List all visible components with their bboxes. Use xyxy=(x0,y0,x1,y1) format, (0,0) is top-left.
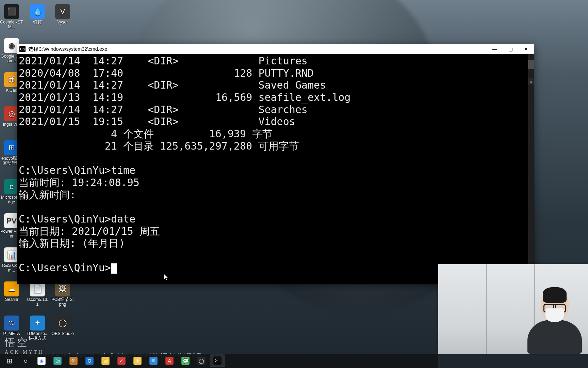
cmd-titlebar[interactable]: C:\ 选择C:\Windows\system32\cmd.exe — ▢ ✕ xyxy=(17,44,534,54)
obs-icon: ◯ xyxy=(197,357,206,365)
mail-icon: ✉ xyxy=(149,357,158,365)
app-icon: ◯ xyxy=(55,316,70,331)
maximize-button[interactable]: ▢ xyxy=(503,44,518,54)
taskbar-filemgr-button[interactable]: 🗂 xyxy=(50,354,65,367)
desktop-icon-label: Seafile xyxy=(0,297,23,302)
desktop-icon[interactable]: ⬛Cosmic xSTM... xyxy=(0,4,23,30)
cmd-scrollbar[interactable]: ▲ ▼ xyxy=(528,54,534,284)
cmd-app-icon: C:\ xyxy=(19,46,26,52)
everything-icon: 🔍 xyxy=(69,357,78,365)
taskbar-weather-button[interactable]: ☀ xyxy=(130,354,145,367)
start-icon: ⊞ xyxy=(5,357,14,365)
app-icon: V xyxy=(55,4,70,19)
cmd-cursor xyxy=(111,263,117,274)
desktop-icon[interactable]: ☁Seafile xyxy=(0,281,23,302)
taskbar-cmd-button[interactable]: >_ xyxy=(210,354,225,367)
taskbar-mail-button[interactable]: ✉ xyxy=(146,354,161,367)
app-icon: ✦ xyxy=(30,316,45,331)
cmd-title-text: 选择C:\Windows\system32\cmd.exe xyxy=(28,46,107,52)
taskbar-outlook-button[interactable]: O xyxy=(82,354,97,367)
todo-icon: ✓ xyxy=(117,357,126,365)
desktop-icon[interactable]: 📄sscom5.13.1 xyxy=(26,281,49,307)
scroll-up-icon[interactable]: ▲ xyxy=(528,78,534,85)
cmd-icon: >_ xyxy=(213,356,222,365)
taskbar-explorer-button[interactable]: 📁 xyxy=(98,354,113,367)
desktop-icon-label: sscom5.13.1 xyxy=(26,297,49,307)
taskbar-obs-button[interactable]: ◯ xyxy=(194,354,209,367)
scroll-thumb[interactable] xyxy=(528,60,534,69)
app-icon: 🗂 xyxy=(4,316,19,331)
webcam-person xyxy=(527,289,582,354)
cmd-output[interactable]: 2021/01/14 14:27 <DIR> Pictures 2020/04/… xyxy=(17,54,534,284)
desktop-icon[interactable]: 💧钉钉 xyxy=(26,4,49,25)
desktop-icon[interactable]: 🗂P_META xyxy=(0,316,23,336)
weather-icon: ☀ xyxy=(133,357,142,365)
desktop-icon[interactable]: ◯OBS Studio xyxy=(51,316,74,336)
app-icon: ⬛ xyxy=(4,4,19,19)
app-icon: 💧 xyxy=(30,4,45,19)
webcam-overlay xyxy=(438,264,588,354)
taskbar-chrome-button[interactable]: ◉ xyxy=(34,354,49,367)
acrobat-icon: A xyxy=(165,357,174,365)
search-icon: ○ xyxy=(21,357,30,365)
desktop-icon[interactable]: VVysor xyxy=(51,4,74,25)
desktop-icon-label: 钉钉 xyxy=(26,20,49,25)
minimize-button[interactable]: — xyxy=(487,44,503,54)
outlook-icon: O xyxy=(85,357,94,365)
cmd-window[interactable]: C:\ 选择C:\Windows\system32\cmd.exe — ▢ ✕ … xyxy=(17,44,534,284)
filemgr-icon: 🗂 xyxy=(53,357,62,365)
desktop-icon-label: OBS Studio xyxy=(51,332,74,336)
watermark-cn: 悟空 xyxy=(5,336,44,350)
explorer-icon: 📁 xyxy=(101,357,110,365)
taskbar-wechat-button[interactable]: 💬 xyxy=(178,354,193,367)
taskbar-everything-button[interactable]: 🔍 xyxy=(66,354,81,367)
taskbar-acrobat-button[interactable]: A xyxy=(162,354,177,367)
desktop-icon-label: PCB细节 2.png xyxy=(51,297,74,307)
close-button[interactable]: ✕ xyxy=(518,44,534,54)
taskbar[interactable]: ⊞○◉🗂🔍O📁✓☀✉A💬◯>_ xyxy=(0,354,438,368)
taskbar-search-button[interactable]: ○ xyxy=(18,354,33,367)
desktop-icon-label: Cosmic xSTM... xyxy=(0,20,23,30)
taskbar-start-button[interactable]: ⊞ xyxy=(2,354,17,367)
chrome-icon: ◉ xyxy=(37,357,46,365)
desktop-icon-label: Vysor xyxy=(51,20,74,25)
wechat-icon: 💬 xyxy=(181,357,190,365)
desktop-icon[interactable]: 🖼PCB细节 2.png xyxy=(51,281,74,307)
taskbar-todo-button[interactable]: ✓ xyxy=(114,354,129,367)
